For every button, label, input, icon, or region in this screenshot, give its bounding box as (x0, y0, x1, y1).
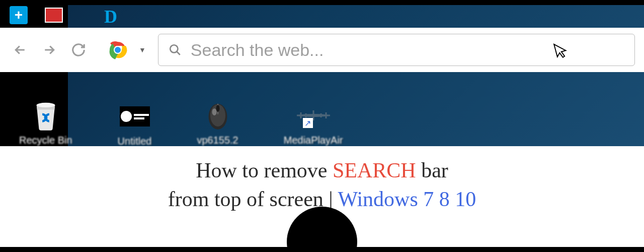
forward-button[interactable] (38, 39, 60, 61)
title-text: How to remove (196, 159, 333, 182)
recycle-bin-label: Recycle Bin (19, 135, 72, 146)
search-input[interactable]: Search the web... (158, 34, 635, 66)
untitled-icon[interactable]: Untitled (118, 100, 152, 147)
app-icon-d[interactable]: D (101, 5, 126, 25)
black-circle-decoration (287, 207, 357, 252)
mouse-device-icon (206, 100, 230, 131)
app-icon-red[interactable] (41, 5, 66, 25)
vp-label: vp6155.2 (197, 135, 238, 146)
letterbox-top (0, 0, 644, 5)
svg-point-9 (212, 108, 216, 115)
recycle-bin-icon[interactable]: Recycle Bin (19, 99, 72, 146)
letterbox-bottom (0, 247, 644, 252)
red-square-icon (45, 8, 63, 23)
untitled-label: Untitled (118, 136, 152, 147)
d-letter-icon: D (104, 6, 122, 24)
svg-point-8 (216, 105, 219, 112)
title-text: from top of screen | (168, 187, 338, 211)
desktop-background: + D ▼ (0, 5, 644, 146)
plus-icon: + (10, 6, 28, 24)
arrow-right-icon (42, 42, 57, 57)
title-highlight-search: SEARCH (333, 159, 416, 182)
reload-button[interactable] (67, 39, 90, 61)
mouse-cursor-icon (551, 40, 572, 65)
search-toolbar: ▼ Search the web... (0, 28, 644, 72)
title-line-1: How to remove SEARCH bar (196, 156, 448, 185)
reload-icon (71, 42, 86, 57)
top-desktop-icons: + D (0, 5, 132, 25)
chrome-logo-icon[interactable] (106, 38, 130, 62)
desktop-icons-row: Recycle Bin Untitled (0, 99, 362, 146)
app-icon-plus[interactable]: + (6, 5, 31, 25)
document-thumb-icon (120, 106, 150, 127)
shortcut-arrow-icon: ↗ (303, 118, 313, 128)
airplane-icon: ↗ (296, 103, 331, 128)
mediaplay-label: MediaPlayAir (284, 135, 343, 146)
mediaplay-icon[interactable]: ↗ MediaPlayAir (284, 99, 343, 146)
svg-point-5 (44, 116, 47, 119)
back-button[interactable] (9, 39, 31, 61)
dropdown-arrow-icon[interactable]: ▼ (139, 46, 146, 54)
title-area: How to remove SEARCH bar from top of scr… (0, 146, 644, 247)
arrow-left-icon (13, 42, 28, 57)
title-text: bar (416, 159, 448, 182)
search-icon (169, 43, 182, 56)
svg-point-4 (37, 103, 55, 107)
svg-point-10 (297, 114, 330, 117)
vp-icon[interactable]: vp6155.2 (197, 99, 238, 146)
search-placeholder-text: Search the web... (191, 40, 324, 60)
svg-point-3 (170, 45, 178, 52)
title-highlight-windows: Windows 7 8 10 (338, 187, 476, 211)
